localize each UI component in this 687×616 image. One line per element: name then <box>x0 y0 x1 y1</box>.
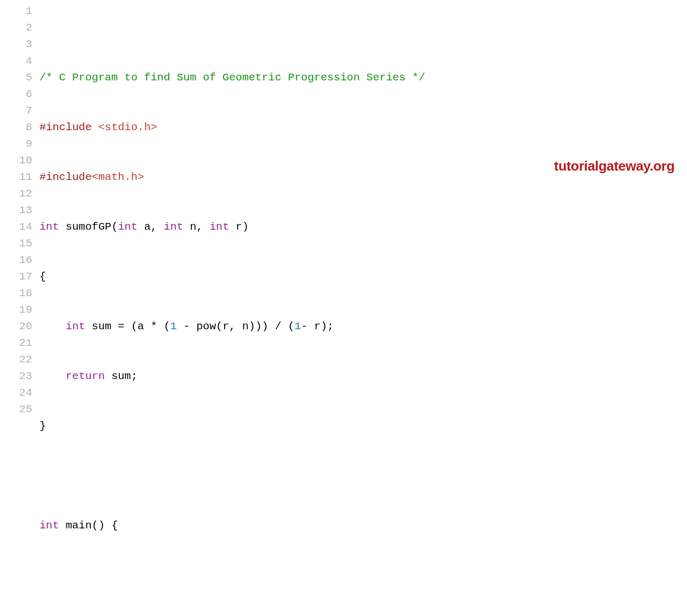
code-number: 1 <box>170 320 177 332</box>
code-func: sumofGP( <box>59 221 118 233</box>
line-number: 7 <box>0 103 32 119</box>
code-keyword: return <box>65 370 105 382</box>
line-number: 15 <box>0 235 32 252</box>
line-number: 21 <box>0 335 32 352</box>
code-number: 1 <box>295 320 301 332</box>
line-number: 4 <box>0 53 32 69</box>
code-type: int <box>39 520 59 531</box>
watermark-text: tutorialgateway.org <box>554 158 675 174</box>
line-number: 16 <box>0 252 32 269</box>
line-number: 10 <box>0 152 32 169</box>
line-number: 11 <box>0 169 32 186</box>
code-preproc: #include <box>39 171 92 183</box>
code-preproc: #include <box>39 121 98 133</box>
code-comment: /* C Program to find Sum of Geometric Pr… <box>39 72 425 83</box>
code-type: int <box>118 221 138 233</box>
line-number: 8 <box>0 119 32 136</box>
line-number: 24 <box>0 385 32 401</box>
line-number-gutter: 1234567891011121314151617181920212223242… <box>0 3 39 616</box>
code-brace: { <box>39 271 46 283</box>
line-number: 6 <box>0 86 32 103</box>
line-number: 14 <box>0 219 32 235</box>
line-number: 19 <box>0 302 32 318</box>
code-brace: } <box>39 420 46 432</box>
code-type: int <box>210 221 229 233</box>
line-number: 20 <box>0 318 32 335</box>
code-type: int <box>65 320 85 332</box>
line-number: 9 <box>0 136 32 152</box>
line-number: 17 <box>0 269 32 285</box>
line-number: 12 <box>0 186 32 202</box>
line-number: 13 <box>0 202 32 219</box>
line-number: 22 <box>0 352 32 368</box>
code-editor[interactable]: 1234567891011121314151617181920212223242… <box>0 0 687 616</box>
line-number: 5 <box>0 69 32 86</box>
code-type: int <box>163 221 183 233</box>
line-number: 2 <box>0 20 32 36</box>
line-number: 18 <box>0 285 32 302</box>
line-number: 23 <box>0 368 32 385</box>
code-area[interactable]: tutorialgateway.org /* C Program to find… <box>39 3 687 616</box>
line-number: 3 <box>0 36 32 53</box>
line-number: 1 <box>0 3 32 20</box>
code-type: int <box>39 221 59 233</box>
code-header: <stdio.h> <box>98 121 157 133</box>
line-number: 25 <box>0 401 32 418</box>
code-header: <math.h> <box>92 171 144 183</box>
